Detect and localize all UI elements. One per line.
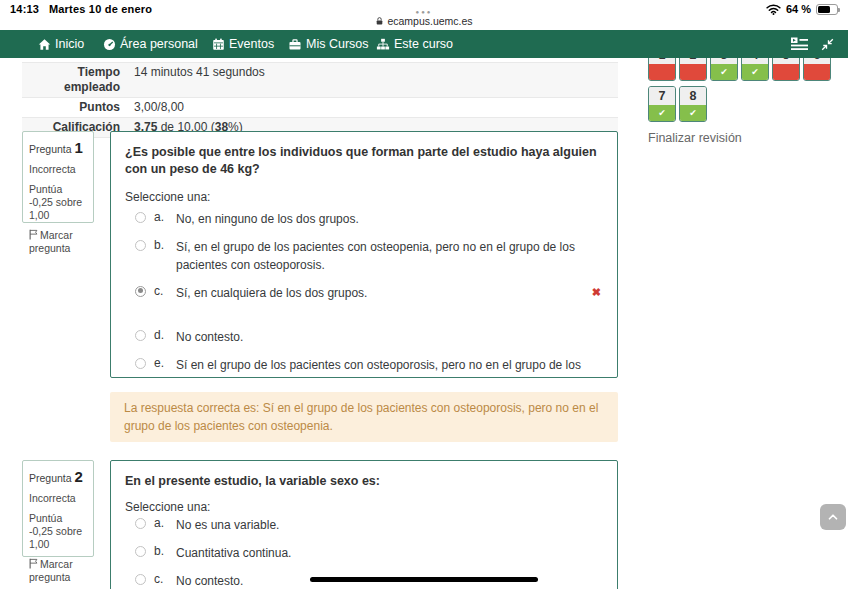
correct-check-icon: ✔: [680, 105, 706, 121]
answer-option[interactable]: a.No es una variable.: [125, 516, 603, 534]
question-label: Pregunta: [29, 472, 72, 484]
summary-label: Tiempo empleado: [22, 63, 128, 97]
sitemap-icon: [376, 38, 390, 51]
option-text: No contesto.: [176, 572, 243, 589]
option-radio[interactable]: [135, 212, 146, 223]
compress-view-button[interactable]: [821, 30, 834, 58]
answer-options: a.No, en ninguno de los dos grupos.b.Sí,…: [125, 210, 603, 378]
question-points: Puntúa -0,25 sobre 1,00: [29, 183, 87, 222]
home-indicator-bar[interactable]: [310, 577, 538, 582]
question-points: Puntúa -0,25 sobre 1,00: [29, 512, 87, 551]
option-radio[interactable]: [135, 574, 146, 585]
correct-answer-feedback: La respuesta correcta es: Sí en el grupo…: [110, 392, 618, 442]
dashboard-icon: [103, 38, 116, 51]
nav-item-mis-cursos[interactable]: Mis Cursos: [288, 30, 369, 58]
battery-icon: [816, 4, 838, 15]
nav-label: Este curso: [394, 37, 453, 51]
wifi-icon: [766, 4, 781, 15]
incorrect-cross-icon: ✖: [592, 286, 601, 299]
question-text: En el presente estudio, la variable sexo…: [125, 473, 603, 490]
answer-option[interactable]: b.Cuantitativa continua.: [125, 544, 603, 562]
chevron-up-icon: [826, 510, 840, 524]
hide-blocks-icon: [791, 37, 808, 51]
option-radio[interactable]: [135, 240, 146, 251]
option-text: Sí en el grupo de los pacientes con oste…: [176, 356, 603, 378]
url-bar[interactable]: ecampus.uemc.es: [0, 15, 848, 27]
nav-label: Inicio: [55, 37, 84, 51]
option-radio[interactable]: [135, 518, 146, 529]
correct-check-icon: ✔: [649, 105, 675, 121]
summary-label: Puntos: [22, 98, 128, 117]
question1-content-box: ¿Es posible que entre los individuos que…: [110, 131, 618, 378]
question-number: 1: [75, 139, 83, 156]
summary-row-puntos: Puntos 3,00/8,00: [22, 98, 618, 118]
flag-question-link[interactable]: Marcar pregunta: [29, 229, 87, 255]
question-label: Pregunta: [29, 143, 72, 155]
calendar-icon: [212, 38, 225, 51]
correct-check-icon: ✔: [742, 64, 768, 80]
quiz-nav-button-7[interactable]: 7✔: [648, 86, 676, 122]
option-radio[interactable]: [135, 286, 146, 297]
quiz-nav-button-8[interactable]: 8✔: [679, 86, 707, 122]
flag-question-link[interactable]: Marcar pregunta: [29, 558, 87, 584]
attempt-summary-table: Tiempo empleado 14 minutos 41 segundos P…: [22, 62, 618, 138]
option-text: Cuantitativa continua.: [176, 544, 291, 562]
battery-percent: 64 %: [786, 3, 811, 15]
question2-info-box: Pregunta 2 Incorrecta Puntúa -0,25 sobre…: [22, 460, 94, 557]
summary-row-tiempo: Tiempo empleado 14 minutos 41 segundos: [22, 62, 618, 98]
nav-label: Eventos: [229, 37, 274, 51]
summary-value: 3,00/8,00: [128, 98, 618, 117]
nav-label: Mis Cursos: [306, 37, 369, 51]
question-number: 2: [75, 468, 83, 485]
nav-item-eventos[interactable]: Eventos: [212, 30, 274, 58]
answer-option[interactable]: d.No contesto.: [125, 328, 603, 346]
flag-icon: [29, 229, 38, 240]
briefcase-icon: [288, 38, 302, 51]
question-text: ¿Es posible que entre los individuos que…: [125, 144, 603, 178]
answer-option[interactable]: c.Sí, en cualquiera de los dos grupos.✖: [125, 284, 603, 302]
summary-value: 14 minutos 41 segundos: [128, 63, 618, 82]
option-letter: a.: [154, 210, 176, 224]
option-radio[interactable]: [135, 546, 146, 557]
option-letter: b.: [154, 238, 176, 252]
option-text: Sí, en el grupo de los pacientes con ost…: [176, 238, 603, 274]
option-letter: c.: [154, 284, 176, 298]
ios-status-bar: 14:13 Martes 10 de enero ●●● ecampus.uem…: [0, 0, 848, 30]
option-radio[interactable]: [135, 358, 146, 369]
answer-option[interactable]: a.No, en ninguno de los dos grupos.: [125, 210, 603, 228]
option-letter: b.: [154, 544, 176, 558]
option-text: Sí, en cualquiera de los dos grupos.: [176, 284, 367, 302]
url-text: ecampus.uemc.es: [387, 15, 472, 27]
scroll-to-top-button[interactable]: [820, 504, 846, 530]
finish-review-link[interactable]: Finalizar revisión: [648, 131, 838, 145]
quiz-nav-number: 7: [649, 87, 675, 105]
answer-prompt: Seleccione una:: [125, 500, 603, 514]
option-text: No, en ninguno de los dos grupos.: [176, 210, 359, 228]
question-state: Incorrecta: [29, 492, 87, 505]
compress-icon: [821, 38, 834, 51]
quiz-nav-number: 8: [680, 87, 706, 105]
lock-icon: [375, 16, 384, 26]
option-radio[interactable]: [135, 330, 146, 341]
hide-blocks-button[interactable]: [791, 30, 808, 58]
nav-item-este-curso[interactable]: Este curso: [376, 30, 453, 58]
correct-check-icon: ✔: [711, 64, 737, 80]
nav-item-inicio[interactable]: Inicio: [38, 30, 84, 58]
quiz-navigation: 123✔4✔567✔8✔ Finalizar revisión: [648, 45, 838, 145]
question2-content-box: En el presente estudio, la variable sexo…: [110, 460, 618, 589]
question-state: Incorrecta: [29, 163, 87, 176]
main-navbar: Inicio Área personal Eventos Mis Cursos …: [0, 30, 848, 58]
nav-label: Área personal: [120, 37, 198, 51]
incorrect-bar: [680, 64, 706, 80]
option-letter: a.: [154, 516, 176, 530]
incorrect-bar: [773, 64, 799, 80]
answer-prompt: Seleccione una:: [125, 190, 603, 204]
incorrect-bar: [649, 64, 675, 80]
answer-option[interactable]: e.Sí en el grupo de los pacientes con os…: [125, 356, 603, 378]
nav-item-area-personal[interactable]: Área personal: [103, 30, 198, 58]
option-letter: c.: [154, 572, 176, 586]
flag-icon: [29, 558, 38, 569]
answer-option[interactable]: b.Sí, en el grupo de los pacientes con o…: [125, 238, 603, 274]
option-letter: d.: [154, 328, 176, 342]
option-text: No contesto.: [176, 328, 243, 346]
